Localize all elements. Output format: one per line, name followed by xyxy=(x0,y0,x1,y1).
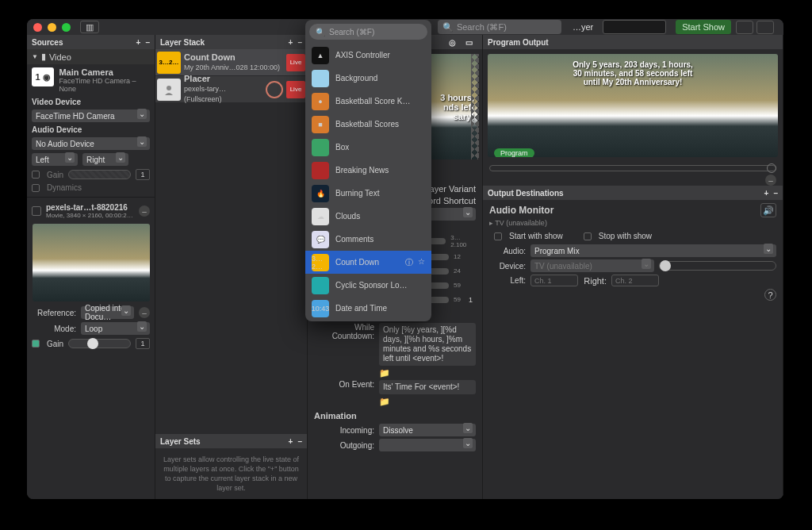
dest-remove[interactable]: – xyxy=(773,189,778,198)
popup-search[interactable]: 🔍 Search (⌘F) xyxy=(309,24,427,40)
mode-select[interactable]: Loop xyxy=(81,322,150,335)
gain2-value: 1 xyxy=(136,338,150,349)
main-camera-sub: FaceTime HD Camera – None xyxy=(59,77,150,93)
right-channel-select[interactable]: Right xyxy=(82,153,128,166)
info-icon[interactable]: ⓘ xyxy=(405,257,413,268)
layer-row-countdown[interactable]: 3…2… Count Down My 20th Anniv…028 12:00:… xyxy=(155,49,307,76)
clip-remove-icon[interactable]: – xyxy=(139,205,150,217)
layout-toggle-2[interactable] xyxy=(756,21,774,34)
folder-icon[interactable]: 📁 xyxy=(379,397,390,406)
right-ch-select[interactable]: Ch. 2 xyxy=(611,275,659,286)
layer-row-placer[interactable]: Placer pexels-tary…(Fullscreen) Live xyxy=(155,76,307,103)
layout-toggle-1[interactable] xyxy=(736,21,753,34)
layer-orb-icon[interactable] xyxy=(266,81,283,98)
gain-checkbox[interactable] xyxy=(32,171,40,179)
help-icon[interactable]: ? xyxy=(764,289,776,301)
sources-add[interactable]: + xyxy=(136,38,141,47)
layer-variant-label: Layer Variant xyxy=(424,184,476,194)
sources-remove[interactable]: – xyxy=(145,38,150,47)
left-ch-label: Left: xyxy=(489,276,526,285)
layer-sets-info: Layer sets allow controlling the live st… xyxy=(155,448,307,499)
stop-with-show-checkbox[interactable] xyxy=(584,232,592,240)
incoming-select[interactable]: Dissolve xyxy=(379,424,476,436)
popup-item-icon xyxy=(312,162,329,179)
outgoing-label: Outgoing: xyxy=(314,441,374,450)
left-ch-select[interactable]: Ch. 1 xyxy=(530,275,578,286)
popup-item-date-and-time[interactable]: 10:43Date and Time xyxy=(305,297,431,320)
countdown-chip-icon: 3…2… xyxy=(157,52,181,74)
layerstack-add[interactable]: + xyxy=(289,38,293,47)
gain2-label: Gain xyxy=(47,340,63,348)
close-icon[interactable] xyxy=(33,23,42,32)
gain-slider[interactable] xyxy=(68,170,131,179)
audio-select[interactable]: Program Mix xyxy=(530,244,776,257)
event-textarea[interactable]: Its' Time For <event>! xyxy=(379,380,476,394)
main-camera-title: Main Camera xyxy=(59,67,150,77)
toolbar-text-field[interactable] xyxy=(603,20,666,34)
disclosure-triangle-icon[interactable]: ▼ xyxy=(32,53,38,60)
popup-item-basketball-score-k-[interactable]: ●Basketball Score K… xyxy=(305,90,431,113)
zoom-icon[interactable] xyxy=(62,23,71,32)
tab-icon-2[interactable]: ▭ xyxy=(465,38,473,47)
audio-device-label: Audio Device xyxy=(32,125,82,134)
popup-item-axis-controller[interactable]: ▲AXIS Controller xyxy=(305,44,431,67)
gain2-slider[interactable] xyxy=(68,339,131,348)
popup-item-background[interactable]: Background xyxy=(305,67,431,90)
clip-source-row[interactable]: pexels-tar…t-8820216 Movie, 3840 × 2160,… xyxy=(27,202,155,221)
sidebar-toggle-icon[interactable]: ▥ xyxy=(80,21,99,33)
tab-icon-1[interactable]: ◎ xyxy=(449,38,456,47)
layer-sub: My 20th Anniv…028 12:00:00) xyxy=(184,63,283,73)
popup-item-icon xyxy=(312,277,329,294)
layer-sub: pexels-tary…(Fullscreen) xyxy=(184,84,262,105)
layersets-remove[interactable]: – xyxy=(297,437,302,446)
audio-device-select[interactable]: No Audio Device xyxy=(32,137,150,150)
layer-title: Placer xyxy=(184,74,262,84)
gain2-checkbox[interactable] xyxy=(32,340,40,348)
folder-icon[interactable]: 📁 xyxy=(379,368,390,378)
popup-item-comments[interactable]: 💬Comments xyxy=(305,228,431,251)
reference-remove-icon[interactable]: – xyxy=(139,307,150,318)
popup-item-count-down[interactable]: 3…2…Count Downⓘ☆ xyxy=(305,251,431,274)
popup-search-placeholder: Search (⌘F) xyxy=(329,28,374,36)
popup-item-facebook-reactions[interactable]: 👍Facebook Reactions xyxy=(305,320,431,321)
popup-item-icon xyxy=(312,70,329,87)
program-output-header: Program Output xyxy=(483,35,783,49)
toolbar-search[interactable]: Search (⌘F) xyxy=(457,22,507,33)
video-device-select[interactable]: FaceTime HD Camera xyxy=(32,109,150,122)
popup-item-box[interactable]: Box xyxy=(305,136,431,159)
left-channel-select[interactable]: Left xyxy=(32,153,78,166)
sources-panel: Sources +– ▼ ▮ Video 1 ◉ Main Camera Fac… xyxy=(27,35,155,499)
add-layer-popup: 🔍 Search (⌘F) ▲AXIS ControllerBackground… xyxy=(305,20,431,321)
while-textarea[interactable]: Only [%y years, ][%d days, ][%h hours, ]… xyxy=(379,323,476,366)
reference-select[interactable]: Copied into Docu… xyxy=(81,306,134,319)
popup-item-cyclic-sponsor-lo-[interactable]: Cyclic Sponsor Lo… xyxy=(305,274,431,297)
program-timeline[interactable] xyxy=(489,165,776,171)
live-badge[interactable]: Live xyxy=(286,54,305,71)
layer-title: Count Down xyxy=(184,52,283,63)
layersets-add[interactable]: + xyxy=(289,437,293,446)
minimize-icon[interactable] xyxy=(48,23,56,32)
dynamics-checkbox[interactable] xyxy=(32,184,40,192)
start-show-button[interactable]: Start Show xyxy=(676,20,731,34)
device-select[interactable]: TV (unavailable) xyxy=(530,259,654,272)
source-main-camera[interactable]: 1 ◉ Main Camera FaceTime HD Camera – Non… xyxy=(27,64,155,96)
gain-value: 1 xyxy=(136,169,150,180)
popup-item-clouds[interactable]: ☁Clouds xyxy=(305,205,431,228)
popup-item-icon: ▲ xyxy=(312,47,329,64)
popup-item-icon: ■ xyxy=(312,116,329,133)
layerstack-remove[interactable]: – xyxy=(297,38,302,47)
popup-item-burning-text[interactable]: 🔥Burning Text xyxy=(305,182,431,205)
animation-title: Animation xyxy=(314,411,476,421)
popup-list: ▲AXIS ControllerBackground●Basketball Sc… xyxy=(305,44,431,321)
popup-item-breaking-news[interactable]: Breaking News xyxy=(305,159,431,182)
dest-add[interactable]: + xyxy=(764,189,769,198)
timeline-clear-icon[interactable]: – xyxy=(765,175,776,186)
live-badge[interactable]: Live xyxy=(286,81,305,98)
speaker-icon[interactable]: 🔊 xyxy=(760,203,776,217)
popup-item-basketball-scores[interactable]: ■Basketball Scores xyxy=(305,113,431,136)
outgoing-select[interactable] xyxy=(379,439,476,451)
start-with-show-checkbox[interactable] xyxy=(494,232,502,240)
device-slider[interactable] xyxy=(659,261,776,271)
video-section-head[interactable]: ▼ ▮ Video xyxy=(27,49,155,64)
star-icon[interactable]: ☆ xyxy=(418,257,425,268)
